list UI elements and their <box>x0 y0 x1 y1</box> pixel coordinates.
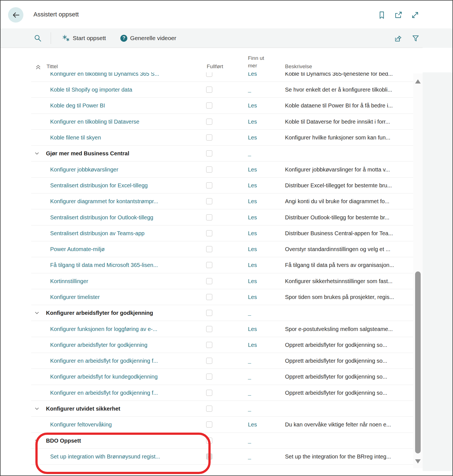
les-link[interactable]: Les <box>248 214 257 220</box>
row-title[interactable]: Konfigurer en tilkobling til Dataverse <box>50 118 139 125</box>
row-title[interactable]: Gjør mer med Business Central <box>46 150 129 157</box>
fullfort-checkbox[interactable] <box>206 358 212 364</box>
table-row[interactable]: Konfigurer funksjonen for loggføring av … <box>31 321 413 337</box>
les-link[interactable]: Les <box>248 294 257 300</box>
row-title[interactable]: Kortinnstillinger <box>50 278 88 284</box>
row-title[interactable]: Konfigurer arbeidsflyter for godkjenning <box>46 310 153 316</box>
les-link[interactable]: Les <box>248 246 257 252</box>
les-link[interactable]: Les <box>248 166 257 173</box>
row-title[interactable]: Konfigurer feltovervåking <box>50 421 112 428</box>
fullfort-checkbox[interactable] <box>206 421 212 428</box>
chevron-down-icon[interactable] <box>33 405 40 412</box>
row-title[interactable]: Konfigurer funksjonen for loggføring av … <box>50 326 157 332</box>
fullfort-checkbox[interactable] <box>206 102 212 109</box>
fullfort-checkbox[interactable] <box>206 150 212 156</box>
start-setup-button[interactable]: Start oppsett <box>62 34 106 42</box>
fullfort-checkbox[interactable] <box>206 438 212 444</box>
fullfort-checkbox[interactable] <box>206 134 212 141</box>
share-icon[interactable] <box>394 34 402 42</box>
les-link[interactable]: Les <box>248 326 257 332</box>
les-link[interactable]: Les <box>248 421 257 428</box>
table-row[interactable]: Konfigurer feltovervåking Les Du kan ove… <box>31 417 413 433</box>
row-title[interactable]: Konfigurer en arbeidsflyt for godkjennin… <box>50 389 158 396</box>
group-row[interactable]: Konfigurer utvidet sikkerhet _ <box>31 401 413 417</box>
general-videos-button[interactable]: ? Generelle videoer <box>120 35 176 42</box>
row-title[interactable]: Sentralisert distribusjon for Excel-till… <box>50 182 148 188</box>
fullfort-checkbox[interactable] <box>206 374 212 380</box>
row-title[interactable]: Konfigurer timelister <box>50 294 100 300</box>
row-title[interactable]: Koble filene til skyen <box>50 134 101 141</box>
group-row[interactable]: Gjør mer med Business Central _ <box>31 146 413 161</box>
fullfort-checkbox[interactable] <box>206 214 212 220</box>
table-row[interactable]: Konfigurer diagrammet for kontantstrømpr… <box>31 193 413 209</box>
fullfort-checkbox[interactable] <box>206 326 212 332</box>
table-row[interactable]: Sentralisert distribusjon for Outlook-ti… <box>31 209 413 225</box>
table-row[interactable]: Koble filene til skyen Les Konfigurer hv… <box>31 130 413 146</box>
back-button[interactable] <box>8 7 23 23</box>
table-row[interactable]: Konfigurer en tilkobling til Dynamics 36… <box>31 72 413 82</box>
fullfort-checkbox[interactable] <box>206 182 212 188</box>
group-row[interactable]: Konfigurer arbeidsflyter for godkjenning… <box>31 305 413 321</box>
bookmark-icon[interactable] <box>377 11 386 19</box>
fullfort-checkbox[interactable] <box>206 198 212 204</box>
les-link[interactable]: Les <box>248 102 257 109</box>
row-title[interactable]: Koble til Shopify og importer data <box>50 87 132 93</box>
scroll-down-arrow-icon[interactable] <box>415 459 421 463</box>
scrollbar-thumb[interactable] <box>415 271 421 453</box>
search-icon[interactable] <box>33 34 42 42</box>
table-row[interactable]: Set up integration with Brønnøysund regi… <box>31 449 413 465</box>
row-title[interactable]: Konfigurer arbeidsflyt for kundegodkjenn… <box>50 374 158 380</box>
table-row[interactable]: Få tilgang til data med Microsoft 365-li… <box>31 257 413 273</box>
row-title[interactable]: Konfigurer diagrammet for kontantstrømpr… <box>50 198 158 205</box>
column-header-beskrivelse[interactable]: Beskrivelse <box>285 63 312 70</box>
row-title[interactable]: Power Automate-miljø <box>50 246 105 252</box>
les-link[interactable]: Les <box>248 72 257 77</box>
row-title[interactable]: Konfigurer arbeidsflyter for godkjenning <box>50 342 147 348</box>
table-row[interactable]: Konfigurer timelister Les Spor tiden som… <box>31 289 413 305</box>
fullfort-checkbox[interactable] <box>206 72 212 77</box>
collapse-all-icon[interactable] <box>35 63 42 70</box>
fullfort-checkbox[interactable] <box>206 310 212 316</box>
les-link[interactable]: Les <box>248 182 257 188</box>
table-row[interactable]: Sentralisert distribusjon av Teams-app L… <box>31 225 413 241</box>
scroll-up-arrow-icon[interactable] <box>415 79 421 84</box>
row-title[interactable]: Konfigurer jobbkøvarslinger <box>50 166 118 173</box>
chevron-down-icon[interactable] <box>33 150 40 157</box>
row-title[interactable]: Sentralisert distribusjon for Outlook-ti… <box>50 214 153 220</box>
open-in-window-icon[interactable] <box>394 11 403 19</box>
vertical-scrollbar[interactable] <box>413 73 423 468</box>
fullfort-checkbox[interactable] <box>206 262 212 268</box>
row-title[interactable]: Konfigurer en arbeidsflyt for godkjennin… <box>50 358 158 364</box>
chevron-down-icon[interactable] <box>33 310 40 316</box>
les-link[interactable]: Les <box>248 118 257 125</box>
row-title[interactable]: Set up integration with Brønnøysund regi… <box>50 453 160 460</box>
table-row[interactable]: Konfigurer en tilkobling til Dataverse L… <box>31 114 413 130</box>
les-link[interactable]: Les <box>248 278 257 284</box>
fullfort-checkbox[interactable] <box>206 294 212 300</box>
row-title[interactable]: Konfigurer utvidet sikkerhet <box>46 406 120 412</box>
fullfort-checkbox[interactable] <box>206 119 212 125</box>
row-title[interactable]: BDO Oppsett <box>46 437 81 444</box>
row-title[interactable]: Sentralisert distribusjon av Teams-app <box>50 230 145 236</box>
table-row[interactable]: Koble til Shopify og importer data _ Se … <box>31 82 413 98</box>
column-header-finn-ut-mer[interactable]: Finn ut mer <box>248 54 267 70</box>
table-row[interactable]: Power Automate-miljø Les Overstyr standa… <box>31 241 413 257</box>
column-header-tittel[interactable]: Tittel <box>47 63 58 70</box>
group-row[interactable]: BDO Oppsett _ <box>31 433 413 449</box>
table-row[interactable]: Konfigurer arbeidsflyt for kundegodkjenn… <box>31 369 413 385</box>
table-row[interactable]: Konfigurer arbeidsflyter for godkjenning… <box>31 337 413 353</box>
row-title[interactable]: Få tilgang til data med Microsoft 365-li… <box>50 262 158 268</box>
les-link[interactable]: Les <box>248 198 257 205</box>
table-row[interactable]: Konfigurer en arbeidsflyt for godkjennin… <box>31 353 413 369</box>
table-row[interactable]: Sentralisert distribusjon for Excel-till… <box>31 178 413 193</box>
table-row[interactable]: Konfigurer jobbkøvarslinger Les Konfigur… <box>31 161 413 177</box>
les-link[interactable]: Les <box>248 262 257 268</box>
filter-icon[interactable] <box>411 34 420 42</box>
fullfort-checkbox[interactable] <box>206 246 212 252</box>
les-link[interactable]: Les <box>248 342 257 348</box>
les-link[interactable]: Les <box>248 230 257 236</box>
fullfort-checkbox[interactable] <box>206 390 212 396</box>
fullfort-checkbox[interactable] <box>206 406 212 412</box>
fullfort-checkbox[interactable] <box>206 166 212 173</box>
les-link[interactable]: Les <box>248 134 257 141</box>
